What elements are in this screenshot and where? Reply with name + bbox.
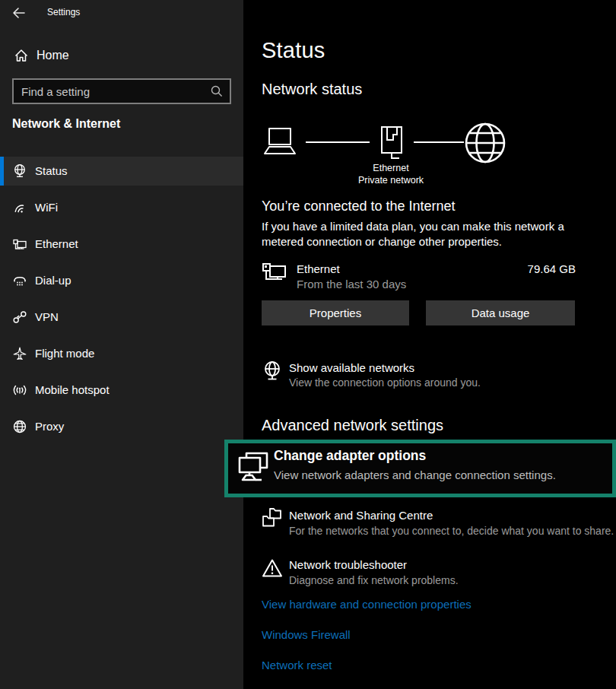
sidebar-item-label: Ethernet xyxy=(35,237,78,250)
hotspot-icon xyxy=(12,383,27,398)
link-network-reset[interactable]: Network reset xyxy=(262,659,332,672)
sidebar-section-title: Network & Internet xyxy=(12,117,120,131)
sidebar-item-ethernet[interactable]: Ethernet xyxy=(0,230,243,259)
network-diagram: Ethernet Private network xyxy=(262,122,596,195)
sidebar-item-mobile-hotspot[interactable]: Mobile hotspot xyxy=(0,376,243,405)
network-type: Private network xyxy=(345,174,437,186)
show-networks-subtitle: View the connection options around you. xyxy=(289,376,481,389)
internet-globe-icon xyxy=(464,122,506,164)
troubleshooter-title[interactable]: Network troubleshooter xyxy=(289,558,407,571)
sidebar-item-flight-mode[interactable]: Flight mode xyxy=(0,339,243,368)
sidebar-item-label: Status xyxy=(35,164,68,177)
connection-name: Ethernet xyxy=(345,162,437,174)
back-arrow-icon xyxy=(11,5,27,21)
sidebar-item-label: VPN xyxy=(35,310,59,323)
app-title: Settings xyxy=(47,7,80,17)
laptop-icon xyxy=(262,127,298,157)
sidebar-nav: Status WiFi Ethernet Dial-up xyxy=(0,157,243,449)
dialup-icon xyxy=(12,273,27,288)
troubleshooter-subtitle: Diagnose and fix network problems. xyxy=(289,574,459,586)
search-box xyxy=(12,78,231,104)
properties-button[interactable]: Properties xyxy=(262,300,409,325)
wifi-icon xyxy=(12,200,27,215)
connected-heading: You’re connected to the Internet xyxy=(262,198,456,214)
vpn-icon xyxy=(12,310,27,325)
change-adapter-options-subtitle: View network adapters and change connect… xyxy=(274,468,556,481)
usage-period: From the last 30 days xyxy=(297,278,406,291)
change-adapter-options-title: Change adapter options xyxy=(274,448,426,464)
page-title: Status xyxy=(262,38,325,63)
settings-window: Settings Home Network & Internet Status xyxy=(0,0,616,689)
warning-triangle-icon xyxy=(262,558,283,578)
adapter-monitors-icon xyxy=(237,451,270,487)
usage-connection-name: Ethernet xyxy=(297,262,340,275)
sharing-centre-title[interactable]: Network and Sharing Centre xyxy=(289,509,433,522)
ethernet-adapter-icon xyxy=(262,260,289,287)
sidebar-item-home[interactable]: Home xyxy=(0,44,243,68)
connection-line xyxy=(414,141,464,143)
sidebar-item-vpn[interactable]: VPN xyxy=(0,303,243,332)
sidebar-item-wifi[interactable]: WiFi xyxy=(0,193,243,222)
sidebar-item-label: Dial-up xyxy=(35,274,71,287)
home-icon xyxy=(14,48,29,63)
search-input[interactable] xyxy=(14,80,230,103)
change-adapter-options-highlight[interactable]: Change adapter options View network adap… xyxy=(224,440,616,497)
proxy-globe-icon xyxy=(12,419,27,434)
ethernet-plug-icon xyxy=(377,125,406,164)
airplane-icon xyxy=(12,346,27,361)
data-usage-button[interactable]: Data usage xyxy=(426,300,575,325)
sidebar-item-status[interactable]: Status xyxy=(0,157,243,186)
network-status-heading: Network status xyxy=(262,81,362,98)
advanced-heading: Advanced network settings xyxy=(262,417,443,434)
globe-monitor-icon xyxy=(12,164,27,179)
sidebar-item-label: Flight mode xyxy=(35,347,94,360)
show-networks-title[interactable]: Show available networks xyxy=(289,361,414,374)
sharing-centre-subtitle: For the networks that you connect to, de… xyxy=(289,525,614,537)
sidebar-item-dialup[interactable]: Dial-up xyxy=(0,266,243,295)
sidebar-item-label: Mobile hotspot xyxy=(35,383,110,396)
home-label: Home xyxy=(37,49,69,62)
sidebar: Settings Home Network & Internet Status xyxy=(0,0,243,689)
sidebar-item-label: WiFi xyxy=(35,201,58,214)
sidebar-item-label: Proxy xyxy=(35,420,64,433)
usage-amount: 79.64 GB xyxy=(510,262,576,275)
back-button[interactable] xyxy=(11,5,27,21)
sharing-icon xyxy=(262,506,283,529)
connected-description: If you have a limited data plan, you can… xyxy=(262,219,584,249)
main-content: Status Network status Ethernet Private n… xyxy=(243,0,616,689)
globe-stand-icon xyxy=(262,360,283,383)
link-windows-firewall[interactable]: Windows Firewall xyxy=(262,628,351,641)
sidebar-item-proxy[interactable]: Proxy xyxy=(0,412,243,441)
search-icon[interactable] xyxy=(210,84,224,98)
ethernet-icon xyxy=(12,237,27,252)
link-view-hardware[interactable]: View hardware and connection properties xyxy=(262,598,472,611)
connection-line xyxy=(306,141,370,143)
